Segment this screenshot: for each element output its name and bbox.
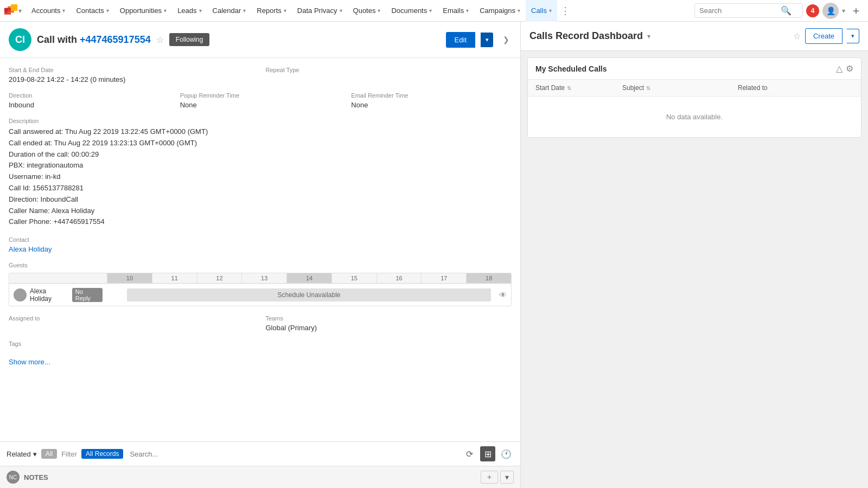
user-avatar[interactable]: 👤 [822, 3, 839, 19]
refresh-button[interactable]: ⟳ [462, 446, 477, 461]
date-repeat-row: Start & End Date 2019-08-22 14:22 - 14:2… [9, 67, 512, 84]
all-records-badge[interactable]: All Records [81, 449, 123, 459]
right-panel: Calls Record Dashboard ▾ ☆ Create ▾ My S… [521, 22, 868, 488]
guest-name: Alexa Holiday [30, 287, 69, 303]
widget-title: My Scheduled Calls [535, 65, 836, 73]
description-block: Description Call answered at: Thu Aug 22… [9, 118, 512, 228]
panel-toggle-button[interactable]: ❯ [501, 34, 512, 45]
nav-quotes[interactable]: Quotes ▾ [348, 0, 386, 22]
dashboard-favorite-button[interactable]: ☆ [793, 31, 801, 41]
caller-phone-link[interactable]: +447465917554 [53, 217, 104, 226]
contact-label: Contact [9, 236, 512, 243]
col-start-date-header[interactable]: Start Date ⇅ [535, 84, 622, 92]
nav-documents[interactable]: Documents ▾ [386, 0, 437, 22]
create-dropdown-button[interactable]: ▾ [847, 29, 859, 43]
nav-leads[interactable]: Leads ▾ [172, 0, 207, 22]
dashboard-dropdown-arrow[interactable]: ▾ [647, 33, 650, 40]
time-slot-12: 12 [197, 273, 242, 283]
edit-button[interactable]: Edit [446, 32, 475, 48]
following-button[interactable]: Following [169, 33, 210, 46]
start-end-date-label: Start & End Date [9, 67, 255, 73]
grid-view-button[interactable]: ⊞ [480, 446, 495, 461]
logo-dropdown-arrow[interactable]: ▾ [18, 7, 22, 15]
svg-rect-4 [8, 9, 11, 11]
scheduled-calls-widget: My Scheduled Calls △ ⚙ Start Date ⇅ Subj… [527, 57, 861, 138]
main-container: CI Call with +447465917554 ☆ Following E… [0, 22, 868, 488]
svg-rect-2 [11, 4, 17, 11]
dashboard-header: Calls Record Dashboard ▾ ☆ Create ▾ [521, 22, 868, 51]
popup-reminder-field: Popup Reminder Time None [180, 92, 341, 109]
record-header: CI Call with +447465917554 ☆ Following E… [0, 22, 520, 58]
edit-dropdown-button[interactable]: ▾ [481, 33, 493, 47]
popup-reminder-value: None [180, 101, 341, 109]
add-button[interactable]: ＋ [848, 3, 864, 18]
related-dropdown-arrow: ▾ [33, 450, 37, 458]
guests-section: Guests 10 11 12 13 14 15 16 17 [9, 262, 512, 306]
search-button[interactable]: 🔍 [781, 5, 792, 16]
nav-data-privacy[interactable]: Data Privacy ▾ [292, 0, 348, 22]
user-dropdown-arrow[interactable]: ▾ [842, 7, 845, 15]
related-dropdown[interactable]: Related ▾ [7, 450, 37, 458]
calendar-arrow: ▾ [243, 8, 246, 14]
time-slot-11: 11 [152, 273, 197, 283]
teams-value: Global (Primary) [266, 324, 512, 332]
nav-campaigns[interactable]: Campaigns ▾ [474, 0, 526, 22]
record-title: Call with +447465917554 [37, 34, 151, 46]
note-options-button[interactable]: ▾ [500, 471, 514, 484]
time-slot-14: 14 [286, 273, 331, 283]
nav-emails[interactable]: Emails ▾ [437, 0, 474, 22]
direction-label: Direction [9, 92, 169, 99]
nav-more-button[interactable]: ⋮ [557, 5, 573, 17]
widget-settings-button[interactable]: ⚙ [846, 63, 853, 74]
documents-arrow: ▾ [429, 8, 432, 14]
time-slot-16: 16 [376, 273, 422, 283]
related-label: Related [7, 450, 31, 458]
guest-timeline-bar: Schedule Unavailable 👁 [107, 285, 511, 305]
favorite-button[interactable]: ☆ [156, 35, 164, 45]
search-box: 🔍 [694, 3, 803, 18]
subject-sort: ⇅ [646, 85, 650, 91]
col-subject-header[interactable]: Subject ⇅ [622, 84, 738, 92]
related-search-input[interactable] [127, 449, 457, 459]
opportunities-arrow: ▾ [164, 8, 167, 14]
nav-reports[interactable]: Reports ▾ [251, 0, 292, 22]
nav-calls[interactable]: Calls ▾ [526, 0, 557, 22]
tags-row: Tags [9, 341, 512, 349]
teams-label: Teams [266, 315, 512, 322]
logo[interactable]: ▾ [4, 4, 22, 17]
tags-label: Tags [9, 341, 512, 347]
visibility-icon[interactable]: 👁 [499, 291, 507, 299]
all-badge[interactable]: All [41, 449, 57, 459]
nav-accounts[interactable]: Accounts ▾ [26, 0, 71, 22]
search-input[interactable] [699, 7, 781, 15]
guests-label: Guests [9, 262, 512, 268]
direction-reminder-row: Direction Inbound Popup Reminder Time No… [9, 92, 512, 109]
create-button[interactable]: Create [805, 28, 843, 44]
record-avatar: CI [9, 28, 31, 51]
contact-field: Contact Alexa Holiday [9, 236, 512, 253]
widget-table-header: Start Date ⇅ Subject ⇅ Related to [528, 80, 861, 97]
nav-opportunities[interactable]: Opportunities ▾ [114, 0, 172, 22]
show-more-link[interactable]: Show more... [9, 358, 512, 366]
start-date-sort: ⇅ [567, 85, 571, 91]
notification-badge[interactable]: 4 [806, 4, 819, 17]
no-data-message: No data available. [528, 97, 861, 137]
guest-info: Alexa Holiday No Reply [9, 284, 107, 306]
related-bar: Related ▾ All Filter All Records ⟳ ⊞ 🕐 [0, 441, 520, 466]
nav-calendar[interactable]: Calendar ▾ [207, 0, 252, 22]
teams-field: Teams Global (Primary) [266, 315, 512, 332]
filter-label: Filter [61, 450, 77, 458]
widget-collapse-button[interactable]: △ [836, 63, 843, 74]
contacts-arrow: ▾ [106, 8, 109, 14]
leads-arrow: ▾ [199, 8, 202, 14]
contact-value[interactable]: Alexa Holiday [9, 245, 512, 253]
timeline-name-col [9, 273, 107, 283]
nav-contacts[interactable]: Contacts ▾ [71, 0, 114, 22]
widget-header: My Scheduled Calls △ ⚙ [528, 58, 861, 80]
clock-button[interactable]: 🕐 [499, 446, 514, 461]
description-value: Call answered at: Thu Aug 22 2019 13:22:… [9, 126, 512, 228]
guest-row: Alexa Holiday No Reply Schedule Unavaila… [9, 284, 511, 306]
phone-link[interactable]: +447465917554 [80, 34, 151, 45]
add-note-button[interactable]: ＋ [481, 471, 498, 484]
notes-avatar: NC [7, 471, 20, 484]
